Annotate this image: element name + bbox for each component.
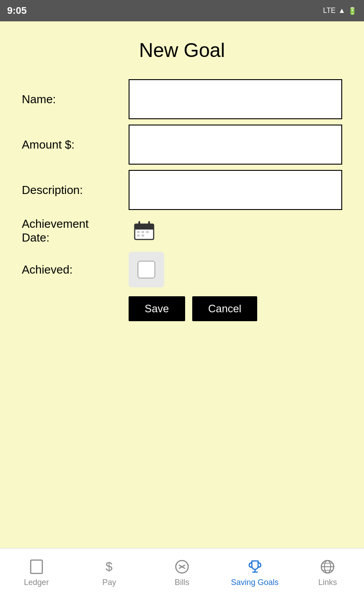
- amount-row: Amount $:: [22, 125, 342, 165]
- calendar-picker[interactable]: [129, 215, 160, 246]
- svg-rect-7: [137, 231, 140, 233]
- status-bar: 9:05 LTE ▲ 🔋: [0, 0, 364, 21]
- form-container: Name: Amount $: Description: Achievement…: [22, 79, 342, 321]
- nav-item-bills[interactable]: Bills: [146, 558, 218, 587]
- nav-item-ledger[interactable]: Ledger: [0, 558, 73, 587]
- description-label: Description:: [22, 183, 129, 197]
- nav-label-ledger: Ledger: [24, 578, 49, 587]
- calendar-icon: [133, 219, 156, 242]
- status-icons: LTE ▲ 🔋: [323, 7, 357, 15]
- nav-label-saving-goals: Saving Goals: [231, 578, 279, 587]
- signal-icon: ▲: [338, 7, 345, 15]
- name-row: Name:: [22, 79, 342, 119]
- nav-item-pay[interactable]: $ Pay: [73, 558, 146, 587]
- achieved-row: Achieved:: [22, 252, 342, 287]
- saving-goals-icon: [247, 558, 263, 575]
- achieved-checkbox-wrapper: [129, 252, 164, 287]
- amount-label: Amount $:: [22, 138, 129, 152]
- page-title: New Goal: [139, 39, 225, 61]
- svg-rect-9: [146, 231, 149, 233]
- svg-rect-8: [142, 231, 144, 233]
- name-label: Name:: [22, 93, 129, 106]
- bottom-nav: Ledger $ Pay Bills Saving Goals: [0, 548, 364, 597]
- svg-rect-11: [142, 234, 144, 237]
- svg-text:$: $: [106, 560, 113, 573]
- achieved-label: Achieved:: [22, 263, 129, 277]
- nav-label-links: Links: [318, 578, 337, 587]
- links-icon: [319, 558, 336, 575]
- svg-rect-2: [135, 228, 153, 239]
- pay-icon: $: [101, 558, 117, 575]
- save-button[interactable]: Save: [129, 296, 185, 321]
- achievement-date-row: AchievementDate:: [22, 215, 342, 246]
- amount-input[interactable]: [129, 125, 342, 165]
- cancel-button[interactable]: Cancel: [192, 296, 258, 321]
- achievement-date-label: AchievementDate:: [22, 217, 129, 245]
- nav-label-bills: Bills: [174, 578, 189, 587]
- nav-item-links[interactable]: Links: [291, 558, 364, 587]
- buttons-row: Save Cancel: [129, 296, 342, 321]
- svg-rect-12: [31, 560, 42, 573]
- status-time: 9:05: [7, 5, 27, 16]
- svg-rect-4: [134, 227, 154, 230]
- name-input[interactable]: [129, 79, 342, 119]
- lte-icon: LTE: [323, 7, 336, 15]
- bills-icon: [174, 558, 190, 575]
- achieved-checkbox[interactable]: [138, 261, 155, 278]
- description-input[interactable]: [129, 170, 342, 210]
- nav-separator: [0, 521, 364, 548]
- ledger-icon: [28, 558, 45, 575]
- nav-label-pay: Pay: [102, 578, 116, 587]
- svg-rect-10: [137, 234, 140, 237]
- main-content: New Goal Name: Amount $: Description: Ac…: [0, 21, 364, 521]
- battery-icon: 🔋: [348, 7, 357, 15]
- nav-item-saving-goals[interactable]: Saving Goals: [218, 558, 291, 587]
- description-row: Description:: [22, 170, 342, 210]
